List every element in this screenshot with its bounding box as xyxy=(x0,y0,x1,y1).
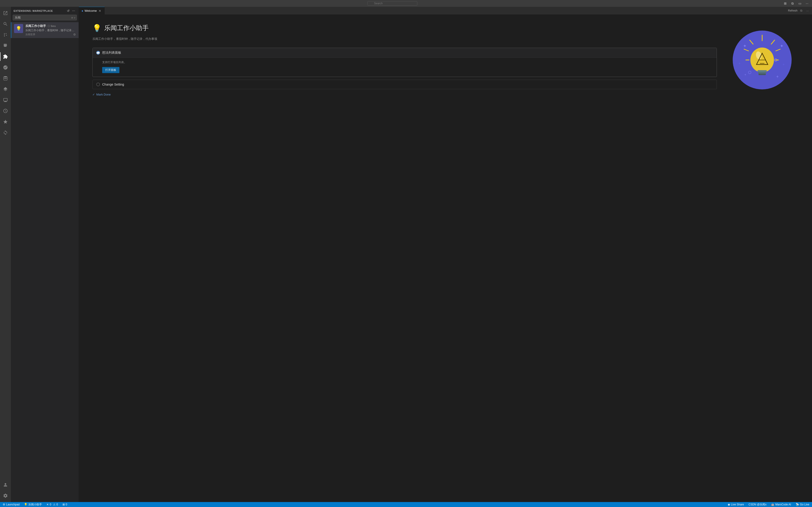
svg-text:✦: ✦ xyxy=(776,74,779,79)
mark-done-label: Mark Done xyxy=(96,93,111,96)
ext-status-label: 乐闻小助手 xyxy=(28,503,42,507)
golive-label: Go Live xyxy=(800,503,809,506)
status-live-share[interactable]: ◉ Live Share xyxy=(727,503,745,506)
warning-count: 0 xyxy=(56,503,58,506)
more-icon-btn[interactable]: ··· xyxy=(804,1,810,6)
svg-text:+: + xyxy=(739,61,741,65)
activity-item-extensions[interactable] xyxy=(0,51,11,62)
problems-icon: ⊠ xyxy=(62,503,65,506)
extension-gear-btn[interactable]: ⚙ xyxy=(73,33,76,36)
sidebar-title: EXTENSIONS: MARKETPLACE xyxy=(14,9,53,12)
walkthrough-card-1-text: 支持打开项目列表。 xyxy=(102,60,713,64)
main-content: ● Welcome ✕ Refresh ⧉ ··· 💡 乐闻工作小助手 乐闻工作… xyxy=(79,7,812,502)
extension-name: 乐闻工作小助手 5ms xyxy=(26,24,76,28)
sort-icon-btn[interactable]: ≡ xyxy=(71,16,73,19)
status-golive[interactable]: 📡 Go Live xyxy=(795,503,810,506)
ext-detail: 💡 乐闻工作小助手 乐闻工作小助手，番茄时钟，随手记录，代办事项 想法列表面板 … xyxy=(79,15,812,502)
filter-icon-btn[interactable]: ▿ xyxy=(74,16,75,19)
warning-icon: ⚠ xyxy=(53,503,55,506)
activity-item-database[interactable] xyxy=(0,73,11,84)
ext-detail-desc: 乐闻工作小助手，番茄时钟，随手记录，代办事项 xyxy=(92,37,717,41)
tab-close-btn[interactable]: ✕ xyxy=(98,9,102,13)
extension-list-item[interactable]: 💡 乐闻工作小助手 5ms 乐闻工作小助手，番茄时钟，随手记录，代办事项 乐闻世… xyxy=(11,22,79,38)
ext-detail-bulb-icon: 💡 xyxy=(92,24,101,33)
ext-status-icon: 💡 xyxy=(24,503,28,506)
problems-count: 0 xyxy=(66,503,67,506)
tab-more-btn[interactable]: ··· xyxy=(805,8,810,13)
extension-info: 乐闻工作小助手 5ms 乐闻工作小助手，番茄时钟，随手记录，代办事项 乐闻世界 … xyxy=(26,24,76,36)
tab-split-btn[interactable]: ⧉ xyxy=(798,8,804,13)
layout-icon-btn[interactable]: ⊞ xyxy=(782,1,788,6)
launchpad-icon: ⚙ xyxy=(3,503,5,506)
walkthrough-card-1: 想法列表面板 支持打开项目列表。 打开面板 xyxy=(92,48,717,77)
activity-item-favorites[interactable] xyxy=(0,116,11,127)
ext-detail-title: 乐闻工作小助手 xyxy=(104,24,149,33)
extension-time: 5ms xyxy=(47,25,56,27)
bulb-illustration: ✦ ✦ + + ✦ ✦ xyxy=(730,28,794,92)
tab-welcome-icon: ● xyxy=(82,9,83,12)
status-right: ◉ Live Share CSDN @乐闻x 🤖 MarsCode AI 📡 G… xyxy=(727,503,810,507)
status-launchpad[interactable]: ⚙ Launchpad xyxy=(2,503,20,506)
refresh-label: Refresh xyxy=(788,9,798,12)
status-bar: ⚙ Launchpad 💡 乐闻小助手 ✕ 0 ⚠ 0 ⊠ 0 ◉ Live S… xyxy=(0,502,812,507)
status-ext[interactable]: 💡 乐闻小助手 xyxy=(23,503,43,507)
svg-rect-22 xyxy=(759,73,766,75)
search-icons: ≡ ▿ xyxy=(71,16,75,19)
golive-icon: 📡 xyxy=(796,503,799,506)
panel-icon-btn[interactable]: ▭ xyxy=(797,1,803,6)
csdn-label: CSDN @乐闻x xyxy=(749,503,767,507)
status-errors[interactable]: ✕ 0 ⚠ 0 xyxy=(46,503,59,506)
extension-desc: 乐闻工作小助手，番茄时钟，随手记录，代办事项 xyxy=(26,29,76,33)
walkthrough-card-1-body: 支持打开项目列表。 打开面板 xyxy=(93,57,717,77)
marscode-label: MarsCode AI xyxy=(775,503,791,506)
activity-bottom xyxy=(0,480,11,501)
activity-item-layers[interactable] xyxy=(0,84,11,95)
ext-detail-left: 💡 乐闻工作小助手 乐闻工作小助手，番茄时钟，随手记录，代办事项 想法列表面板 … xyxy=(92,24,717,493)
activity-item-settings[interactable] xyxy=(0,490,11,501)
status-problems[interactable]: ⊠ 0 xyxy=(62,503,68,506)
marscode-icon: 🤖 xyxy=(771,503,774,506)
activity-item-remote[interactable] xyxy=(0,62,11,73)
walkthrough-card-1-header[interactable]: 想法列表面板 xyxy=(93,48,717,57)
extension-icon: 💡 xyxy=(14,24,23,33)
radio-btn-1 xyxy=(96,51,100,55)
activity-bar xyxy=(0,7,11,502)
tab-welcome[interactable]: ● Welcome ✕ xyxy=(79,7,105,14)
activity-item-account[interactable] xyxy=(0,480,11,490)
more-icon-btn[interactable]: ··· xyxy=(71,9,76,13)
activity-item-timeline[interactable] xyxy=(0,106,11,116)
walkthrough-card-2-header[interactable]: Change Setting xyxy=(93,80,717,89)
mark-done-btn[interactable]: ✓ Mark Done xyxy=(92,93,717,96)
sidebar-header: EXTENSIONS: MARKETPLACE ↺ ··· xyxy=(11,7,79,15)
svg-text:✦: ✦ xyxy=(780,44,784,48)
activity-item-explorer[interactable] xyxy=(0,8,11,18)
search-bar: ≡ ▿ xyxy=(13,15,77,20)
launchpad-label: Launchpad xyxy=(6,503,19,506)
extension-search-input[interactable] xyxy=(13,15,77,20)
tab-welcome-label: Welcome xyxy=(85,9,97,12)
tab-bar-right: Refresh ⧉ ··· xyxy=(788,8,812,13)
ext-detail-header: 💡 乐闻工作小助手 xyxy=(92,24,717,33)
split-icon-btn[interactable]: ⧉ xyxy=(790,1,795,6)
refresh-icon-btn[interactable]: ↺ xyxy=(66,9,70,13)
activity-item-debug[interactable] xyxy=(0,40,11,51)
status-marscode[interactable]: 🤖 MarsCode AI xyxy=(770,503,792,506)
activity-item-git[interactable] xyxy=(0,127,11,138)
activity-item-monitor[interactable] xyxy=(0,95,11,106)
walkthrough-card-1-title: 想法列表面板 xyxy=(102,51,121,55)
activity-item-search[interactable] xyxy=(0,18,11,30)
svg-rect-20 xyxy=(758,70,767,72)
radio-btn-2 xyxy=(96,82,100,86)
svg-text:✦: ✦ xyxy=(744,73,747,76)
status-csdn[interactable]: CSDN @乐闻x xyxy=(748,503,768,507)
ext-detail-illustration: ✦ ✦ + + ✦ ✦ xyxy=(726,24,798,493)
open-panel-button[interactable]: 打开面板 xyxy=(102,67,119,73)
title-search-input[interactable] xyxy=(367,1,417,6)
extension-author: 乐闻世界 ⚙ xyxy=(26,33,76,36)
live-share-icon: ◉ xyxy=(728,503,730,506)
activity-item-scm[interactable] xyxy=(0,30,11,40)
sidebar: EXTENSIONS: MARKETPLACE ↺ ··· ≡ ▿ 💡 乐闻工作… xyxy=(11,7,79,502)
checkmark-icon: ✓ xyxy=(92,93,95,96)
walkthrough-card-2-title: Change Setting xyxy=(102,82,124,86)
svg-point-0 xyxy=(4,76,7,78)
